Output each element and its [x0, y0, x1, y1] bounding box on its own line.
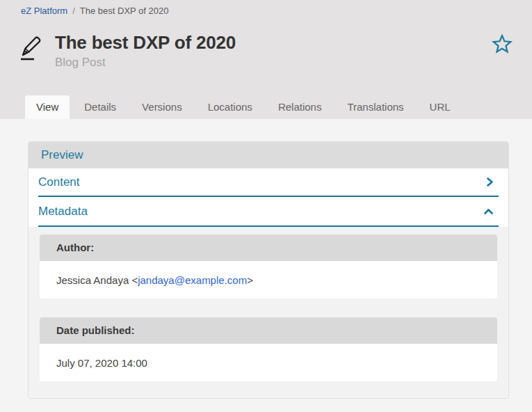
- fountain-pen-icon: [17, 34, 44, 62]
- metadata-section-toggle[interactable]: Metadata: [38, 197, 499, 227]
- date-published-field-label: Date published:: [40, 317, 497, 344]
- date-published-field: Date published: July 07, 2020 14:00: [40, 317, 497, 381]
- author-text-suffix: >: [247, 274, 253, 286]
- content-tabs: View Details Versions Locations Relation…: [25, 95, 465, 119]
- content-section-toggle[interactable]: Content: [38, 168, 499, 197]
- chevron-right-icon: [486, 177, 494, 187]
- preview-card: Preview Content Metadata Author: Jessic: [28, 141, 509, 399]
- content-type-label: Blog Post: [55, 56, 492, 70]
- tab-relations[interactable]: Relations: [267, 95, 333, 119]
- bookmark-star-icon[interactable]: [492, 34, 513, 57]
- title-block: The best DXP of 2020 Blog Post: [55, 33, 492, 70]
- author-field-label: Author:: [40, 235, 497, 261]
- breadcrumb-home-link[interactable]: eZ Platform: [21, 6, 67, 16]
- breadcrumb-separator: /: [72, 6, 75, 16]
- page-header: eZ Platform / The best DXP of 2020 The b…: [0, 0, 532, 119]
- author-name-text: Jessica Andaya <: [56, 274, 138, 286]
- breadcrumb-current: The best DXP of 2020: [80, 6, 169, 16]
- chevron-up-icon: [483, 208, 494, 215]
- breadcrumb: eZ Platform / The best DXP of 2020: [0, 0, 532, 16]
- date-published-field-value: July 07, 2020 14:00: [40, 344, 497, 381]
- author-field: Author: Jessica Andaya <jandaya@example.…: [40, 235, 497, 299]
- title-row: The best DXP of 2020 Blog Post: [0, 16, 532, 70]
- tab-url[interactable]: URL: [419, 95, 462, 119]
- author-email-link[interactable]: jandaya@example.com: [138, 274, 247, 286]
- preview-panel-header: Preview: [29, 142, 508, 168]
- tab-translations[interactable]: Translations: [336, 95, 414, 119]
- tab-view[interactable]: View: [25, 95, 70, 119]
- date-published-text: July 07, 2020 14:00: [56, 357, 147, 369]
- tab-details[interactable]: Details: [73, 95, 127, 119]
- page-title: The best DXP of 2020: [55, 33, 492, 54]
- metadata-section-label: Metadata: [38, 205, 88, 219]
- tab-locations[interactable]: Locations: [197, 95, 264, 119]
- author-field-value: Jessica Andaya <jandaya@example.com>: [40, 261, 497, 299]
- content-section-label: Content: [38, 175, 80, 189]
- tab-versions[interactable]: Versions: [131, 95, 193, 119]
- main-content: Preview Content Metadata Author: Jessic: [0, 141, 532, 399]
- metadata-section-body: Author: Jessica Andaya <jandaya@example.…: [29, 227, 508, 398]
